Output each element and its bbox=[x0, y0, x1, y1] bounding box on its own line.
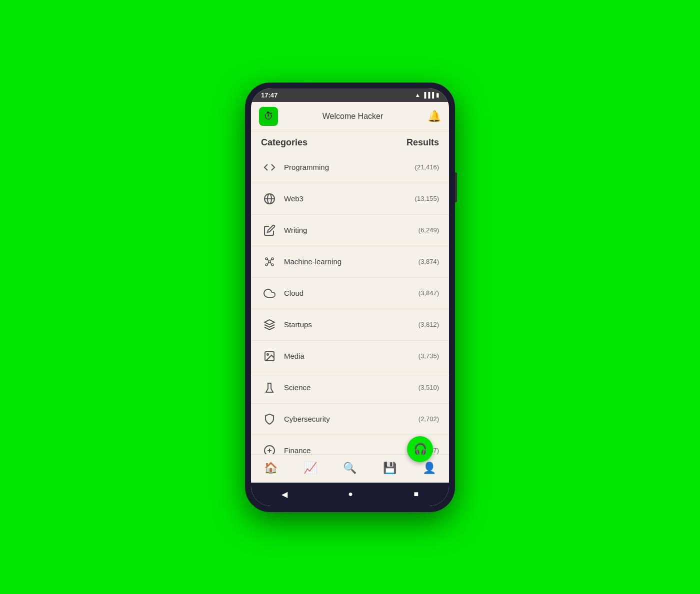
android-back-button[interactable]: ◀ bbox=[274, 488, 296, 501]
web3-icon bbox=[261, 190, 278, 207]
category-count: (3,812) bbox=[418, 321, 439, 328]
category-count: (3,510) bbox=[418, 384, 439, 391]
android-home-button[interactable]: ● bbox=[340, 488, 361, 501]
category-name: Machine-learning bbox=[284, 257, 342, 266]
category-item-cloud[interactable]: Cloud(3,847) bbox=[251, 278, 449, 309]
phone-device: 17:47 ▲ ▐▐▐ ▮ ⏱ Welcome Hacker 🔔 Categor… bbox=[245, 82, 455, 512]
category-item-media[interactable]: Media(3,735) bbox=[251, 341, 449, 372]
categories-column-header: Categories bbox=[261, 137, 308, 148]
svg-point-5 bbox=[266, 264, 268, 266]
category-name: Media bbox=[284, 352, 304, 360]
category-count: (3,735) bbox=[418, 352, 439, 360]
category-count: (13,155) bbox=[415, 195, 439, 202]
headphones-icon: 🎧 bbox=[414, 443, 427, 456]
category-left: Machine-learning bbox=[261, 253, 342, 270]
category-left: Cybersecurity bbox=[261, 411, 330, 428]
category-item-programming[interactable]: Programming(21,416) bbox=[251, 152, 449, 183]
writing-icon bbox=[261, 222, 278, 239]
svg-point-13 bbox=[267, 354, 268, 355]
category-count: (6,249) bbox=[418, 226, 439, 234]
cyber-icon bbox=[261, 411, 278, 428]
category-name: Startups bbox=[284, 320, 312, 329]
category-name: Cybersecurity bbox=[284, 415, 330, 423]
code-icon bbox=[261, 159, 278, 176]
nav-profile[interactable]: 👤 bbox=[416, 460, 442, 477]
category-item-startups[interactable]: Startups(3,812) bbox=[251, 309, 449, 341]
category-left: Finance bbox=[261, 442, 310, 454]
category-item-science[interactable]: Science(3,510) bbox=[251, 372, 449, 404]
app-title: Welcome Hacker bbox=[322, 112, 384, 121]
nav-trending[interactable]: 📈 bbox=[298, 460, 323, 477]
svg-line-9 bbox=[270, 259, 272, 261]
category-count: (3,874) bbox=[418, 258, 439, 265]
science-icon bbox=[261, 379, 278, 396]
category-list: Programming(21,416)Web3(13,155)Writing(6… bbox=[251, 152, 449, 454]
category-left: Science bbox=[261, 379, 310, 396]
logo-icon: ⏱ bbox=[264, 110, 274, 122]
category-left: Startups bbox=[261, 316, 312, 333]
notification-bell-icon[interactable]: 🔔 bbox=[428, 110, 441, 123]
category-name: Finance bbox=[284, 446, 310, 454]
app-header: ⏱ Welcome Hacker 🔔 bbox=[251, 102, 449, 131]
table-header: Categories Results bbox=[251, 131, 449, 152]
category-left: Web3 bbox=[261, 190, 304, 207]
nav-save[interactable]: 💾 bbox=[377, 460, 402, 477]
ml-icon bbox=[261, 253, 278, 270]
svg-point-3 bbox=[266, 258, 268, 260]
results-column-header: Results bbox=[406, 137, 439, 148]
category-name: Science bbox=[284, 383, 310, 392]
category-left: Media bbox=[261, 348, 304, 365]
save-icon: 💾 bbox=[383, 462, 396, 475]
category-item-machine-learning[interactable]: Machine-learning(3,874) bbox=[251, 246, 449, 278]
svg-point-6 bbox=[272, 264, 274, 266]
category-name: Programming bbox=[284, 163, 329, 171]
category-name: Writing bbox=[284, 226, 307, 234]
finance-icon bbox=[261, 442, 278, 454]
fab-headphones-button[interactable]: 🎧 bbox=[407, 436, 433, 462]
category-count: (3,847) bbox=[418, 289, 439, 297]
category-left: Cloud bbox=[261, 285, 304, 302]
signal-icon: ▐▐▐ bbox=[422, 92, 434, 98]
status-icons: ▲ ▐▐▐ ▮ bbox=[415, 92, 439, 98]
status-time: 17:47 bbox=[261, 91, 278, 99]
search-icon: 🔍 bbox=[343, 462, 356, 475]
trending-icon: 📈 bbox=[304, 462, 317, 475]
android-recent-button[interactable]: ■ bbox=[406, 488, 427, 501]
category-name: Cloud bbox=[284, 289, 304, 297]
phone-notch bbox=[335, 88, 365, 96]
side-button bbox=[455, 172, 457, 202]
category-left: Writing bbox=[261, 222, 307, 239]
android-nav: ◀ ● ■ bbox=[251, 483, 449, 506]
app-logo[interactable]: ⏱ bbox=[259, 107, 278, 126]
startup-icon bbox=[261, 316, 278, 333]
svg-line-11 bbox=[270, 262, 272, 265]
svg-point-4 bbox=[272, 258, 274, 260]
nav-search[interactable]: 🔍 bbox=[337, 460, 362, 477]
wifi-icon: ▲ bbox=[415, 92, 420, 98]
cloud-icon bbox=[261, 285, 278, 302]
category-item-web-[interactable]: Web3(13,155) bbox=[251, 183, 449, 215]
category-left: Programming bbox=[261, 159, 329, 176]
svg-line-10 bbox=[268, 262, 268, 265]
nav-home[interactable]: 🏠 bbox=[258, 460, 284, 477]
media-icon bbox=[261, 348, 278, 365]
category-name: Web3 bbox=[284, 194, 304, 203]
home-icon: 🏠 bbox=[264, 462, 278, 475]
category-item-cybersecurity[interactable]: Cybersecurity(2,702) bbox=[251, 404, 449, 435]
category-item-writing[interactable]: Writing(6,249) bbox=[251, 215, 449, 246]
category-count: (2,702) bbox=[418, 415, 439, 423]
category-count: (21,416) bbox=[415, 163, 439, 171]
battery-icon: ▮ bbox=[436, 92, 439, 98]
svg-line-8 bbox=[268, 259, 268, 261]
profile-icon: 👤 bbox=[422, 462, 436, 475]
